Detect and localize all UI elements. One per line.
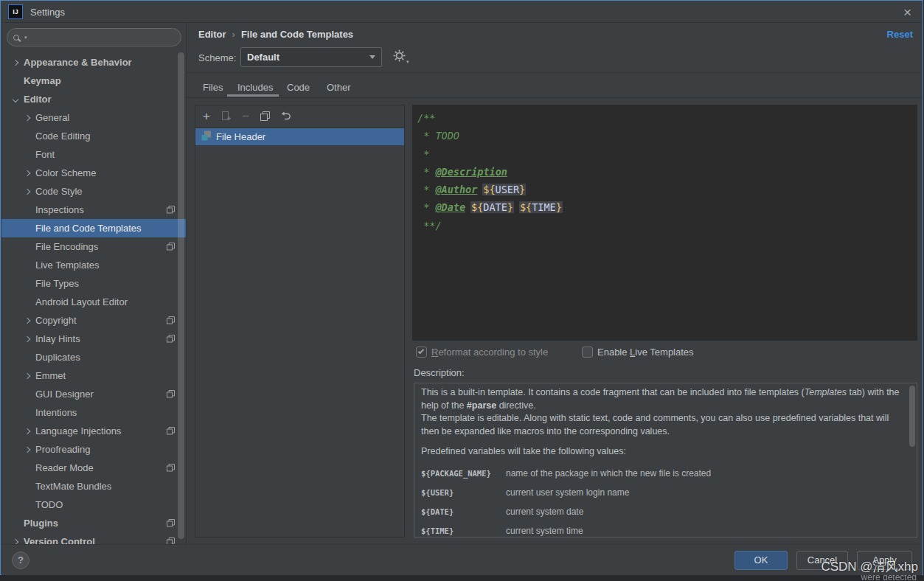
shared-settings-icon xyxy=(167,427,175,435)
sidebar-item-inlay-hints[interactable]: Inlay Hints xyxy=(1,330,187,348)
sidebar-item-editor[interactable]: Editor xyxy=(1,90,187,108)
variable-name: ${PACKAGE_NAME} xyxy=(421,465,501,484)
shared-settings-icon xyxy=(167,316,175,324)
title-bar: IJ Settings × xyxy=(1,1,922,23)
scheme-actions-button[interactable]: ▾ xyxy=(393,49,409,65)
template-variable-date: ${DATE} xyxy=(470,201,514,213)
template-variable-user: ${USER} xyxy=(482,184,526,195)
sidebar-item-inspections[interactable]: Inspections xyxy=(1,201,187,219)
shared-settings-icon xyxy=(167,243,175,251)
sidebar-item-language-injections[interactable]: Language Injections xyxy=(1,422,187,440)
description-scrollbar[interactable] xyxy=(909,386,915,447)
template-list-toolbar: + − xyxy=(195,105,404,128)
search-icon: ▾ xyxy=(13,35,27,41)
enable-live-templates-checkbox[interactable] xyxy=(582,347,593,358)
add-icon[interactable]: + xyxy=(203,110,210,122)
reset-to-default-icon[interactable] xyxy=(281,111,291,121)
close-icon[interactable]: × xyxy=(903,5,911,19)
tab-includes[interactable]: Includes xyxy=(237,82,273,93)
sidebar-item-file-and-code-templates[interactable]: File and Code Templates xyxy=(1,219,187,237)
sidebar-item-reader-mode[interactable]: Reader Mode xyxy=(1,459,187,477)
intellij-logo-icon: IJ xyxy=(8,4,23,19)
description-paragraph-1: This is a built-in template. It contains… xyxy=(421,386,906,412)
variable-description: name of the package in which the new fil… xyxy=(501,465,906,484)
code-comment: /** xyxy=(417,112,435,124)
doc-tag-date: @Date xyxy=(435,201,465,213)
sidebar-item-code-style[interactable]: Code Style xyxy=(1,182,187,201)
sidebar-item-version-control[interactable]: Version Control xyxy=(1,532,187,544)
window-title: Settings xyxy=(30,7,65,18)
shared-settings-icon xyxy=(167,519,175,527)
remove-icon[interactable]: − xyxy=(242,110,249,122)
create-from-template-icon[interactable] xyxy=(221,111,231,121)
chevron-right-icon xyxy=(24,114,30,120)
variable-description: current user system login name xyxy=(501,484,906,503)
variable-name: ${DATE} xyxy=(421,503,501,522)
variable-description: current system date xyxy=(501,503,906,522)
variable-name: ${USER} xyxy=(421,484,501,503)
breadcrumb-root[interactable]: Editor xyxy=(198,29,226,40)
scheme-value: Default xyxy=(247,52,279,63)
settings-dialog: IJ Settings × ▾ Appearance & Behavior Ke… xyxy=(0,0,923,575)
help-button[interactable]: ? xyxy=(12,552,29,569)
tab-other[interactable]: Other xyxy=(327,82,351,93)
template-item-file-header[interactable]: File Header xyxy=(195,128,404,145)
enable-live-templates-label: Enable Live Templates xyxy=(597,347,694,358)
tab-files[interactable]: Files xyxy=(203,82,223,93)
file-header-template-icon xyxy=(201,131,212,144)
doc-tag-description: @Description xyxy=(435,166,507,178)
sidebar-item-android-layout-editor[interactable]: Android Layout Editor xyxy=(1,293,187,311)
reset-link[interactable]: Reset xyxy=(887,29,913,40)
copy-icon[interactable] xyxy=(260,111,270,121)
tabs-separator xyxy=(187,97,922,98)
reformat-checkbox[interactable] xyxy=(416,347,427,358)
breadcrumb-page: File and Code Templates xyxy=(241,29,353,40)
chevron-right-icon xyxy=(24,170,30,175)
search-input[interactable]: ▾ xyxy=(7,28,181,46)
sidebar-item-color-scheme[interactable]: Color Scheme xyxy=(1,164,187,182)
sidebar-item-gui-designer[interactable]: GUI Designer xyxy=(1,385,187,403)
template-list-panel: + − File Header xyxy=(195,105,405,537)
active-tab-underline xyxy=(227,94,279,97)
sidebar-item-todo[interactable]: TODO xyxy=(1,495,187,514)
sidebar-item-live-templates[interactable]: Live Templates xyxy=(1,256,187,274)
template-variable-time: ${TIME} xyxy=(519,201,563,213)
chevron-right-icon xyxy=(24,188,30,194)
sidebar-item-duplicates[interactable]: Duplicates xyxy=(1,348,187,366)
sidebar-item-intentions[interactable]: Intentions xyxy=(1,403,187,422)
description-panel: This is a built-in template. It contains… xyxy=(414,383,917,537)
dropdown-arrow-icon xyxy=(369,55,375,59)
chevron-right-icon xyxy=(13,59,18,65)
breadcrumb-separator-icon: › xyxy=(232,29,235,40)
sidebar-item-file-encodings[interactable]: File Encodings xyxy=(1,237,187,256)
sidebar-item-plugins[interactable]: Plugins xyxy=(1,514,187,532)
sidebar-item-code-editing[interactable]: Code Editing xyxy=(1,127,187,145)
chevron-right-icon xyxy=(24,446,30,452)
sidebar-item-general[interactable]: General xyxy=(1,108,187,127)
scheme-dropdown[interactable]: Default xyxy=(240,47,382,67)
chevron-right-icon xyxy=(24,335,30,341)
variable-name: ${TIME} xyxy=(421,522,501,538)
code-todo: TODO xyxy=(435,130,459,142)
live-templates-checkbox-row: Enable Live Templates xyxy=(582,347,694,358)
background-window: were detected xyxy=(0,576,924,581)
sidebar-item-textmate-bundles[interactable]: TextMate Bundles xyxy=(1,477,187,495)
variable-description: current system time xyxy=(501,522,906,538)
sidebar-item-appearance-behavior[interactable]: Appearance & Behavior xyxy=(1,53,187,72)
shared-settings-icon xyxy=(167,464,175,472)
sidebar-item-emmet[interactable]: Emmet xyxy=(1,366,187,385)
predefined-variables-table: ${PACKAGE_NAME} name of the package in w… xyxy=(421,465,906,538)
sidebar-scrollbar[interactable] xyxy=(178,52,184,539)
header-separator xyxy=(187,72,922,73)
tab-code[interactable]: Code xyxy=(287,82,310,93)
sidebar-item-proofreading[interactable]: Proofreading xyxy=(1,440,187,459)
sidebar-item-copyright[interactable]: Copyright xyxy=(1,311,187,330)
settings-sidebar: ▾ Appearance & Behavior Keymap Editor Ge… xyxy=(1,23,187,544)
description-paragraph-2: The template is editable. Along with sta… xyxy=(421,412,906,438)
dropdown-arrow-icon: ▾ xyxy=(406,59,409,65)
template-code-editor[interactable]: /** * TODO * * @Description * @Author${U… xyxy=(412,105,917,341)
sidebar-item-file-types[interactable]: File Types xyxy=(1,274,187,293)
sidebar-item-keymap[interactable]: Keymap xyxy=(1,72,187,90)
sidebar-item-font[interactable]: Font xyxy=(1,145,187,164)
ok-button[interactable]: OK xyxy=(734,551,788,570)
